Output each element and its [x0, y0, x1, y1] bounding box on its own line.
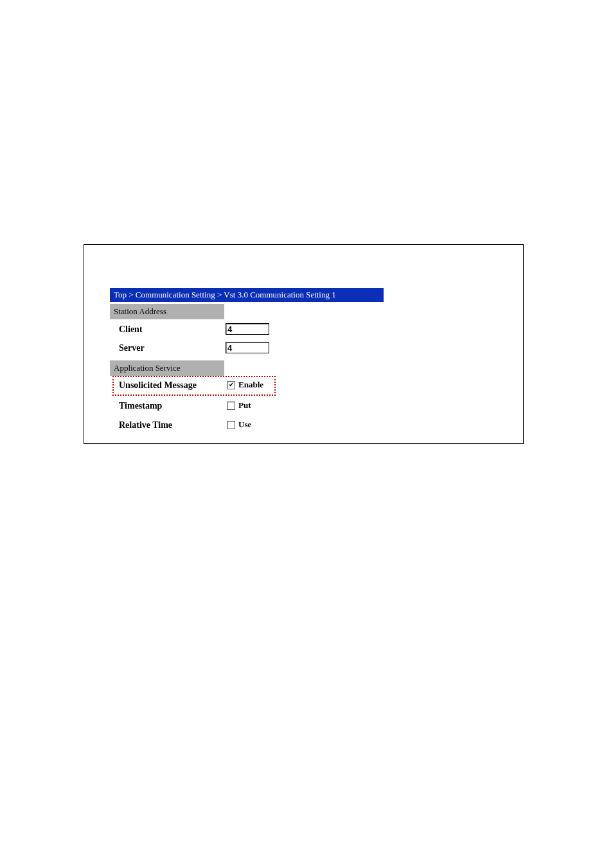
label-server: Server	[119, 343, 145, 353]
checkbox-put-label: Put	[238, 400, 251, 411]
checkbox-enable-label: Enable	[238, 380, 263, 390]
checkbox-use[interactable]	[227, 421, 235, 429]
checkbox-put-wrap[interactable]: Put	[227, 400, 251, 411]
section-application-service: Application Service	[110, 360, 224, 376]
label-timestamp: Timestamp	[119, 401, 162, 411]
label-unsolicited-message: Unsolicited Message	[119, 380, 197, 391]
checkbox-use-wrap[interactable]: Use	[227, 420, 251, 430]
checkbox-put[interactable]	[227, 402, 235, 410]
checkbox-enable-wrap[interactable]: ✔ Enable	[227, 380, 263, 390]
label-client: Client	[119, 324, 143, 335]
input-client[interactable]	[226, 323, 269, 335]
check-icon: ✔	[229, 382, 234, 388]
checkbox-use-label: Use	[238, 420, 251, 430]
settings-panel-frame: Top > Communication Setting > Vst 3.0 Co…	[84, 244, 524, 444]
checkbox-enable[interactable]: ✔	[227, 381, 235, 389]
breadcrumb: Top > Communication Setting > Vst 3.0 Co…	[110, 288, 384, 302]
input-server[interactable]	[226, 342, 269, 353]
section-station-address: Station Address	[110, 304, 224, 319]
label-relative-time: Relative Time	[119, 420, 172, 430]
